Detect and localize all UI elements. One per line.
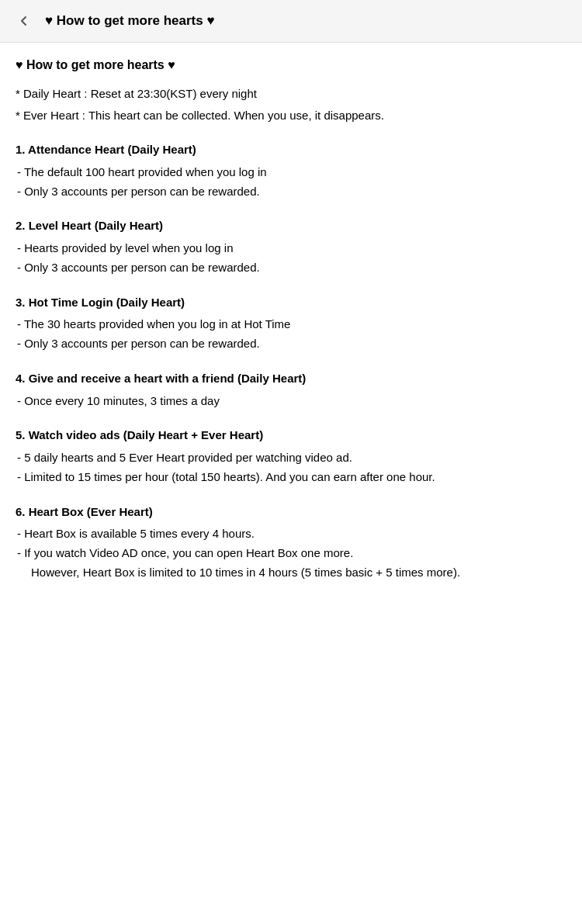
section-item-5-2: - Limited to 15 times per hour (total 15… (16, 468, 566, 487)
header-title: ♥ How to get more hearts ♥ (45, 13, 215, 29)
section-5: 5. Watch video ads (Daily Heart + Ever H… (16, 426, 566, 486)
section-item-6-3: However, Heart Box is limited to 10 time… (16, 563, 566, 583)
section-item-6-1: - Heart Box is available 5 times every 4… (16, 524, 566, 544)
section-3: 3. Hot Time Login (Daily Heart)- The 30 … (16, 293, 566, 354)
back-chevron-icon[interactable] (12, 9, 36, 33)
section-item-6-2: - If you watch Video AD once, you can op… (16, 544, 566, 563)
intro-ever-heart: * Ever Heart : This heart can be collect… (16, 106, 566, 125)
section-4: 4. Give and receive a heart with a frien… (16, 369, 566, 411)
section-title-2: 2. Level Heart (Daily Heart) (16, 216, 566, 236)
sections-container: 1. Attendance Heart (Daily Heart)- The d… (16, 140, 566, 583)
section-item-1-2: - Only 3 accounts per person can be rewa… (16, 182, 566, 202)
section-title-4: 4. Give and receive a heart with a frien… (16, 369, 566, 389)
section-item-1-1: - The default 100 heart provided when yo… (16, 163, 566, 182)
intro-daily-heart: * Daily Heart : Reset at 23:30(KST) ever… (16, 85, 566, 103)
main-title: ♥ How to get more hearts ♥ (16, 58, 566, 72)
section-2: 2. Level Heart (Daily Heart)- Hearts pro… (16, 216, 566, 277)
section-item-2-1: - Hearts provided by level when you log … (16, 239, 566, 258)
section-title-3: 3. Hot Time Login (Daily Heart) (16, 293, 566, 313)
section-item-3-2: - Only 3 accounts per person can be rewa… (16, 334, 566, 354)
section-title-1: 1. Attendance Heart (Daily Heart) (16, 140, 566, 160)
section-6: 6. Heart Box (Ever Heart)- Heart Box is … (16, 503, 566, 583)
section-title-6: 6. Heart Box (Ever Heart) (16, 503, 566, 522)
section-1: 1. Attendance Heart (Daily Heart)- The d… (16, 140, 566, 201)
section-title-5: 5. Watch video ads (Daily Heart + Ever H… (16, 426, 566, 445)
section-item-3-1: - The 30 hearts provided when you log in… (16, 315, 566, 334)
content-area: ♥ How to get more hearts ♥ * Daily Heart… (0, 43, 582, 621)
section-item-2-2: - Only 3 accounts per person can be rewa… (16, 258, 566, 278)
section-item-5-1: - 5 daily hearts and 5 Ever Heart provid… (16, 448, 566, 468)
section-item-4-1: - Once every 10 minutes, 3 times a day (16, 392, 566, 411)
header-bar: ♥ How to get more hearts ♥ (0, 0, 582, 43)
intro-block: * Daily Heart : Reset at 23:30(KST) ever… (16, 85, 566, 125)
